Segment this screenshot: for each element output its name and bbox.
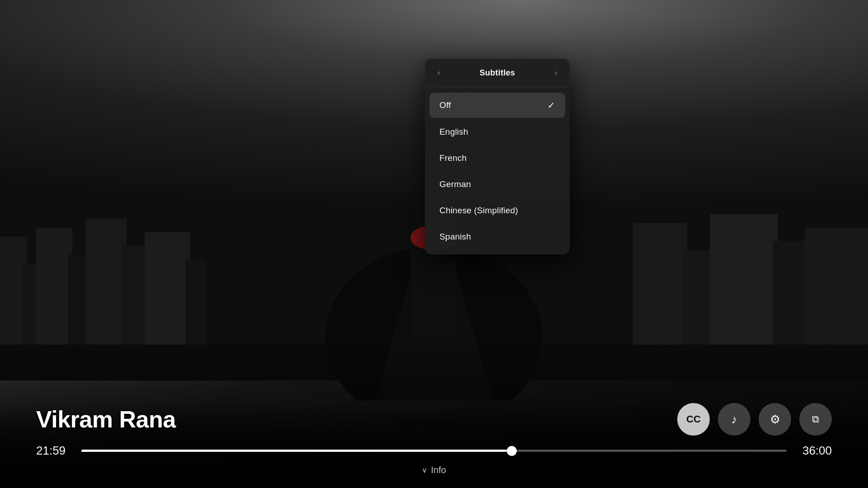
chevron-down-icon: ∨ [422, 466, 427, 474]
progress-thumb[interactable] [507, 446, 517, 456]
progress-track[interactable] [81, 450, 787, 452]
subtitles-button[interactable]: CC [677, 403, 710, 436]
subtitles-panel: ‹ Subtitles › Off ✓ English French Germa… [425, 59, 570, 254]
subtitle-item-german[interactable]: German [429, 172, 565, 197]
info-label[interactable]: Info [431, 465, 446, 475]
progress-fill [81, 450, 512, 452]
gear-icon: ⚙ [770, 413, 780, 427]
movie-title: Vikram Rana [36, 406, 176, 433]
subtitles-title: Subtitles [480, 68, 515, 78]
subtitle-item-spanish[interactable]: Spanish [429, 225, 565, 249]
end-time: 36:00 [796, 444, 832, 458]
subtitle-item-off[interactable]: Off ✓ [429, 93, 565, 118]
music-note-icon: ♪ [731, 413, 737, 427]
subtitle-label-german: German [439, 179, 471, 189]
subtitle-item-english[interactable]: English [429, 120, 565, 144]
progress-container: 21:59 36:00 [36, 444, 832, 458]
player-controls-overlay: Vikram Rana CC ♪ ⚙ ⧉ 21:59 36 [0, 403, 868, 488]
cc-icon: CC [686, 413, 701, 425]
info-row: ∨ Info [36, 465, 832, 479]
pip-button[interactable]: ⧉ [799, 403, 832, 436]
current-time: 21:59 [36, 444, 72, 458]
subtitles-list: Off ✓ English French German Chinese (Sim… [425, 87, 570, 254]
pip-icon: ⧉ [812, 413, 819, 425]
settings-button[interactable]: ⚙ [759, 403, 791, 436]
title-controls-row: Vikram Rana CC ♪ ⚙ ⧉ [36, 403, 832, 436]
check-icon-off: ✓ [547, 100, 555, 111]
subtitle-item-french[interactable]: French [429, 146, 565, 170]
subtitle-item-chinese-simplified[interactable]: Chinese (Simplified) [429, 198, 565, 223]
subtitle-label-english: English [439, 127, 468, 137]
audio-button[interactable]: ♪ [718, 403, 750, 436]
subtitle-label-off: Off [439, 100, 451, 110]
subtitle-label-spanish: Spanish [439, 232, 471, 242]
subtitles-next-arrow[interactable]: › [551, 67, 561, 79]
subtitle-label-chinese-simplified: Chinese (Simplified) [439, 206, 518, 216]
subtitle-label-french: French [439, 153, 467, 163]
subtitles-prev-arrow[interactable]: ‹ [434, 67, 443, 79]
subtitles-header: ‹ Subtitles › [425, 59, 570, 87]
control-buttons-group: CC ♪ ⚙ ⧉ [677, 403, 832, 436]
